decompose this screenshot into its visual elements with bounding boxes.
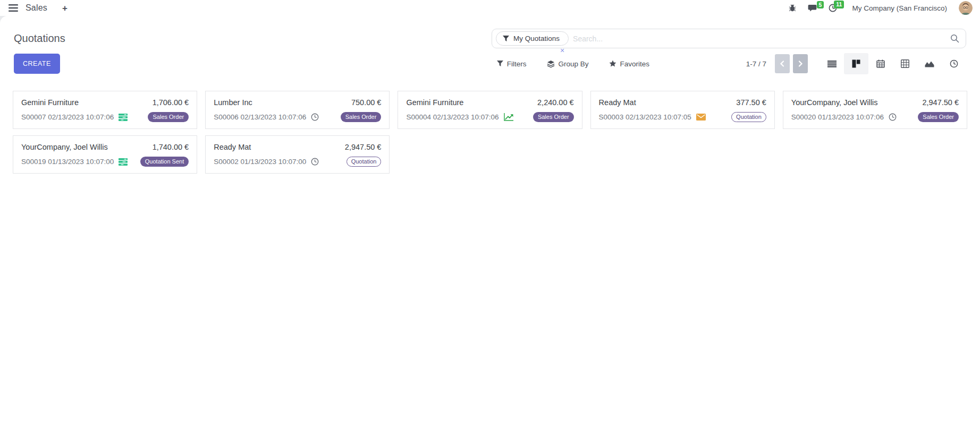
activity-clock-icon[interactable] — [311, 158, 319, 166]
pager-previous-button[interactable] — [775, 54, 790, 73]
pager: 1-7 / 7 — [746, 54, 808, 73]
pivot-view-icon — [901, 59, 909, 68]
order-reference-datetime: S00004 02/13/2023 10:07:06 — [406, 113, 499, 121]
apps-menu-icon[interactable] — [7, 3, 19, 13]
view-switch-calendar[interactable] — [868, 53, 893, 74]
pager-range[interactable]: 1-7 / 7 — [746, 60, 766, 68]
order-reference-datetime: S00019 01/13/2023 10:07:00 — [21, 158, 114, 166]
chevron-right-icon — [798, 61, 803, 67]
order-reference-datetime: S00002 01/13/2023 10:07:00 — [214, 158, 306, 166]
order-amount: 2,240.00 € — [537, 98, 574, 107]
search-input[interactable] — [569, 35, 950, 43]
star-icon — [609, 60, 616, 67]
order-amount: 377.50 € — [736, 98, 766, 107]
order-reference-datetime: S00020 01/13/2023 10:07:06 — [791, 113, 884, 121]
activity-view-clock-icon — [950, 59, 958, 68]
chat-icon — [808, 4, 817, 12]
facet-label: My Quotations — [513, 35, 560, 42]
quotation-card[interactable]: YourCompany, Joel Willis 2,947.50 € S000… — [783, 91, 967, 129]
control-panel: Quotations My Quotations × — [0, 16, 980, 74]
navbar-left: Sales + — [7, 3, 67, 13]
quotation-card[interactable]: Ready Mat 377.50 € S00003 02/13/2023 10:… — [590, 91, 775, 129]
favorites-label: Favorites — [620, 60, 650, 68]
status-badge: Sales Order — [533, 112, 574, 122]
status-badge: Quotation — [347, 157, 382, 167]
group-by-label: Group By — [559, 60, 589, 68]
customer-name: Gemini Furniture — [406, 98, 463, 107]
favorites-button[interactable]: Favorites — [609, 60, 650, 68]
top-navbar: Sales + 5 11 — [0, 0, 980, 16]
pager-next-button[interactable] — [793, 54, 808, 73]
customer-name: Ready Mat — [214, 143, 251, 151]
action-panel: Quotations My Quotations × — [0, 16, 980, 430]
activity-sales-chart-icon[interactable] — [504, 113, 514, 121]
status-badge: Sales Order — [918, 112, 959, 122]
view-switch-list[interactable] — [820, 53, 844, 74]
view-switch-kanban[interactable] — [844, 53, 868, 74]
activity-email-icon[interactable] — [696, 114, 706, 121]
order-reference-datetime: S00006 02/13/2023 10:07:06 — [214, 113, 306, 121]
customer-name: YourCompany, Joel Willis — [21, 143, 108, 151]
filters-button[interactable]: Filters — [497, 60, 527, 68]
search-bar: My Quotations × — [492, 29, 966, 48]
order-reference-datetime: S00007 02/13/2023 10:07:06 — [21, 113, 114, 121]
navbar-right: 5 11 My Company (San Francisco) — [789, 1, 973, 15]
quotation-card[interactable]: Lumber Inc 750.00 € S00006 02/13/2023 10… — [205, 91, 390, 129]
messages-count-badge: 5 — [817, 1, 824, 9]
activity-tasks-done-icon[interactable] — [119, 158, 128, 166]
view-switch-activity[interactable] — [942, 53, 966, 74]
kanban-view: Gemini Furniture 1,706.00 € S00007 02/13… — [0, 74, 980, 174]
chevron-left-icon — [780, 61, 785, 67]
customer-name: Lumber Inc — [214, 98, 252, 107]
order-reference-datetime: S00003 02/13/2023 10:07:05 — [599, 113, 691, 121]
view-switch-graph[interactable] — [917, 53, 942, 74]
customer-name: Gemini Furniture — [21, 98, 79, 107]
status-badge: Quotation — [731, 112, 766, 122]
view-switcher — [820, 53, 966, 74]
customer-name: YourCompany, Joel Willis — [791, 98, 878, 107]
activity-tasks-done-icon[interactable] — [119, 114, 128, 121]
activities-count-badge: 11 — [834, 1, 844, 8]
view-switch-pivot[interactable] — [893, 53, 917, 74]
quotation-card[interactable]: Ready Mat 2,947.50 € S00002 01/13/2023 1… — [205, 135, 390, 174]
filters-label: Filters — [507, 60, 527, 68]
create-button[interactable]: CREATE — [14, 54, 60, 74]
layers-icon — [547, 60, 555, 68]
activity-clock-icon[interactable] — [889, 113, 897, 121]
search-facet-my-quotations[interactable]: My Quotations — [496, 31, 569, 46]
order-amount: 1,706.00 € — [153, 98, 189, 107]
group-by-button[interactable]: Group By — [547, 60, 589, 68]
page-title: Quotations — [14, 32, 65, 45]
order-amount: 750.00 € — [351, 98, 381, 107]
search-tools: Filters Group By Favorites — [497, 60, 649, 68]
order-amount: 1,740.00 € — [153, 143, 189, 151]
user-avatar[interactable] — [959, 1, 973, 15]
graph-view-icon — [925, 60, 934, 67]
customer-name: Ready Mat — [599, 98, 636, 107]
search-icon[interactable] — [950, 34, 959, 43]
activity-clock-icon[interactable] — [311, 113, 319, 121]
filter-funnel-icon — [503, 36, 509, 42]
activities-button[interactable]: 11 — [829, 4, 837, 12]
debug-bug-icon[interactable] — [789, 4, 796, 12]
filter-funnel-icon — [497, 61, 503, 67]
order-amount: 2,947.50 € — [922, 98, 959, 107]
order-amount: 2,947.50 € — [345, 143, 382, 151]
status-badge: Sales Order — [148, 112, 189, 122]
quotation-card[interactable]: Gemini Furniture 2,240.00 € S00004 02/13… — [398, 91, 582, 129]
status-badge: Sales Order — [341, 112, 382, 122]
new-menu-plus-icon[interactable]: + — [62, 4, 67, 13]
kanban-view-icon — [852, 59, 860, 68]
company-switcher[interactable]: My Company (San Francisco) — [852, 4, 947, 12]
list-view-icon — [827, 61, 837, 67]
facet-remove-icon[interactable]: × — [560, 47, 564, 54]
calendar-view-icon — [876, 59, 885, 68]
app-name-sales[interactable]: Sales — [26, 3, 47, 13]
status-badge: Quotation Sent — [140, 157, 189, 167]
quotation-card[interactable]: Gemini Furniture 1,706.00 € S00007 02/13… — [13, 91, 197, 129]
messages-button[interactable]: 5 — [808, 4, 817, 12]
quotation-card[interactable]: YourCompany, Joel Willis 1,740.00 € S000… — [13, 135, 197, 174]
